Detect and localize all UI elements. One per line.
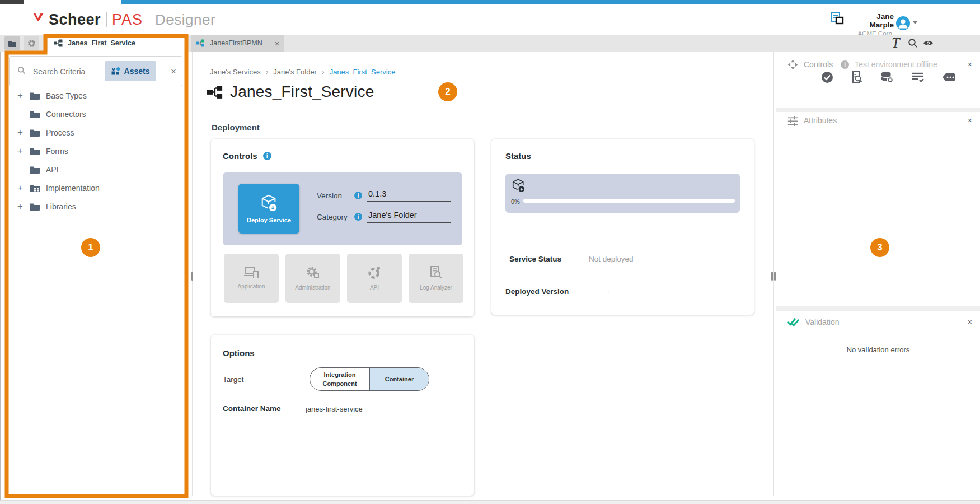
tab-close-icon[interactable]: ×	[275, 39, 280, 48]
breadcrumb-item-current[interactable]: Janes_First_Service	[330, 68, 396, 76]
breadcrumb-item[interactable]: Jane's Services	[210, 68, 261, 76]
tree-item-libraries[interactable]: + Libraries	[1, 197, 191, 216]
top-strip-white	[24, 0, 121, 4]
attributes-panel-header: Attributes ×	[776, 112, 980, 129]
progress-percent: 0%	[511, 198, 520, 205]
service-icon	[207, 85, 223, 99]
asset-browser-panel: Assets × + Base Types + Connectors + Pro…	[1, 52, 191, 496]
breadcrumb-separator: ›	[266, 67, 269, 76]
project-folder-button[interactable]	[4, 36, 20, 50]
close-attributes-panel-icon[interactable]: ×	[968, 116, 972, 124]
folder-icon	[29, 202, 40, 211]
service-status-label: Service Status	[509, 255, 589, 263]
target-option-container[interactable]: Container	[370, 368, 429, 390]
expand-icon[interactable]: +	[16, 91, 25, 100]
settings-button[interactable]	[24, 36, 39, 50]
label-dots-icon[interactable]	[942, 72, 955, 82]
expand-icon[interactable]: +	[16, 128, 25, 137]
search-input[interactable]	[32, 64, 101, 79]
resize-handle-icon[interactable]	[771, 272, 773, 281]
status-card-title: Status	[505, 151, 754, 161]
api-button[interactable]: API	[347, 254, 402, 303]
info-icon[interactable]: i	[354, 213, 362, 221]
search-tool-icon[interactable]	[908, 38, 918, 48]
administration-button[interactable]: Administration	[285, 254, 340, 303]
application-button[interactable]: Application	[224, 254, 279, 303]
inspector-panel: Controls i Test environment offline ×	[776, 52, 980, 500]
annotation-badge-2: 2	[438, 82, 457, 101]
resize-handle-icon[interactable]	[774, 272, 776, 281]
tree-item-connectors[interactable]: + Connectors	[1, 105, 191, 123]
info-icon: i	[841, 60, 849, 69]
tree-item-api[interactable]: + API	[1, 160, 191, 179]
logo-product-text: Designer	[155, 11, 215, 29]
info-icon[interactable]: i	[354, 192, 362, 199]
user-menu-caret-icon[interactable]	[912, 21, 918, 24]
expand-icon[interactable]: +	[16, 146, 25, 156]
folder-icon	[29, 147, 40, 155]
service-status-value: Not deployed	[589, 255, 634, 263]
database-remove-icon[interactable]	[880, 71, 894, 83]
tree-item-process[interactable]: + Process	[1, 123, 191, 142]
category-input[interactable]	[367, 211, 451, 223]
attributes-tune-icon	[787, 115, 798, 126]
folder-icon	[29, 91, 40, 100]
target-toggle: Integration Component Container	[310, 367, 429, 391]
controls-card: Controls i Deploy Service Version i	[211, 139, 474, 316]
gear-icon	[27, 39, 36, 48]
folder-icon	[29, 165, 40, 174]
asset-tree: + Base Types + Connectors + Process + Fo…	[1, 86, 191, 216]
tab-toolbar: Janes_First_Service JanesFirstBPMN × T	[0, 35, 980, 52]
row-divider	[505, 276, 740, 276]
expand-icon[interactable]: +	[16, 183, 25, 193]
controls-action-row	[821, 69, 955, 85]
app-window: Scheer PAS Designer Jane Marple ACME Cor…	[0, 0, 980, 504]
tab-janes-first-bpmn[interactable]: JanesFirstBPMN ×	[191, 35, 284, 52]
assets-filter-button[interactable]: Assets	[105, 61, 156, 81]
log-analyzer-button[interactable]: Log Analyzer	[409, 254, 463, 303]
application-icon	[244, 267, 259, 278]
container-name-label: Container Name	[223, 404, 281, 413]
service-icon	[54, 39, 63, 47]
validate-check-icon[interactable]	[821, 71, 833, 83]
service-panel-icon[interactable]	[830, 10, 845, 26]
assets-filter-label: Assets	[124, 67, 150, 76]
deployed-version-value: -	[607, 287, 610, 296]
log-search-icon[interactable]	[851, 71, 862, 83]
target-option-integration-component[interactable]: Integration Component	[310, 368, 370, 390]
breadcrumb-item[interactable]: Jane's Folder	[273, 68, 317, 76]
folder-icon	[8, 40, 17, 47]
tree-item-base-types[interactable]: + Base Types	[1, 86, 191, 105]
deploy-service-button[interactable]: Deploy Service	[238, 184, 299, 234]
annotation-badge-3: 3	[870, 238, 889, 257]
scheer-logo-mark-icon	[32, 12, 45, 27]
list-check-icon[interactable]	[912, 72, 924, 83]
panel-gap	[776, 306, 980, 311]
top-strip-dark	[0, 0, 24, 4]
clear-search-icon[interactable]: ×	[171, 67, 176, 76]
administration-icon	[306, 266, 320, 279]
version-input[interactable]	[367, 189, 451, 202]
search-icon	[17, 66, 26, 74]
expand-icon[interactable]: +	[16, 202, 25, 211]
tree-item-implementation[interactable]: + Implementation	[1, 179, 191, 197]
version-label: Version	[317, 192, 349, 200]
preview-eye-icon[interactable]	[923, 39, 934, 47]
tree-item-forms[interactable]: + Forms	[1, 142, 191, 160]
asset-search-bar: Assets ×	[9, 56, 182, 86]
close-controls-panel-icon[interactable]: ×	[968, 60, 972, 68]
deploy-panel: Deploy Service Version i Category i	[223, 172, 462, 245]
text-tool-icon[interactable]: T	[892, 35, 899, 52]
resize-handle-icon[interactable]	[191, 272, 193, 281]
tab-janes-first-service[interactable]: Janes_First_Service	[48, 35, 186, 52]
annotation-badge-1: 1	[81, 238, 100, 257]
tile-label: Administration	[295, 284, 330, 291]
close-validation-panel-icon[interactable]: ×	[968, 318, 972, 326]
api-icon	[368, 266, 381, 279]
user-avatar[interactable]	[896, 16, 910, 30]
options-card-title: Options	[223, 348, 474, 358]
test-environment-note: Test environment offline	[855, 60, 937, 69]
info-icon[interactable]: i	[263, 152, 271, 160]
breadcrumb-separator: ›	[322, 67, 325, 76]
validation-double-check-icon	[787, 316, 800, 328]
